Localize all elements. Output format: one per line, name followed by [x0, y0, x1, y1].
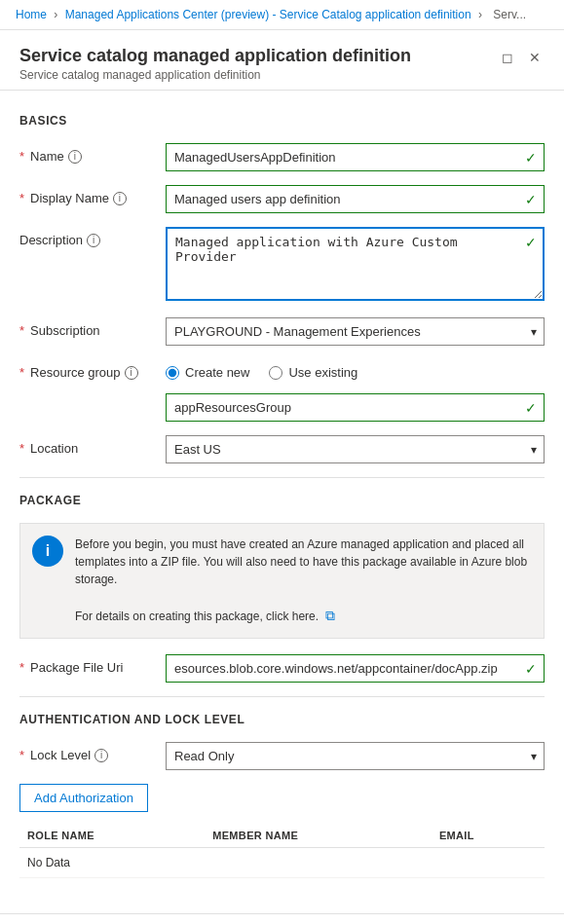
resource-group-radio-group: Create new Use existing: [166, 359, 545, 380]
auth-divider: [19, 696, 545, 697]
lock-level-label: * Lock Level i: [19, 742, 166, 762]
package-section-label: PACKAGE: [19, 494, 545, 507]
description-label: Description i: [19, 227, 166, 247]
main-panel: Service catalog managed application defi…: [0, 30, 564, 924]
display-name-label: * Display Name i: [19, 185, 166, 205]
panel-subtitle: Service catalog managed application defi…: [19, 68, 411, 82]
authorization-table: ROLE NAME MEMBER NAME EMAIL No Data: [19, 824, 545, 878]
description-row: Description i ✓: [19, 227, 545, 304]
display-name-checkmark: ✓: [525, 192, 537, 207]
location-row: * Location East US ▾: [19, 435, 545, 463]
subscription-select[interactable]: PLAYGROUND - Management Experiences: [166, 317, 545, 346]
package-uri-checkmark: ✓: [525, 661, 537, 677]
resource-group-info-icon[interactable]: i: [125, 366, 138, 380]
panel-header: Service catalog managed application defi…: [0, 30, 564, 91]
package-file-uri-row: * Package File Uri ✓: [19, 654, 545, 683]
display-name-input[interactable]: [166, 185, 545, 213]
external-link-icon[interactable]: ⧉: [325, 608, 335, 623]
description-textarea[interactable]: [166, 227, 545, 301]
breadcrumb-home[interactable]: Home: [16, 8, 47, 21]
panel-title: Service catalog managed application defi…: [19, 46, 411, 66]
lock-level-select[interactable]: Read Only None CanNotDelete: [166, 742, 545, 770]
form-area: BASICS * Name i ✓ * Display Name i ✓: [0, 91, 564, 894]
display-name-info-icon[interactable]: i: [113, 192, 127, 205]
name-info-icon[interactable]: i: [68, 150, 82, 164]
name-label: * Name i: [19, 143, 166, 164]
description-info-icon[interactable]: i: [87, 234, 100, 247]
package-file-uri-label: * Package File Uri: [19, 654, 166, 675]
table-empty-row: No Data: [19, 848, 545, 878]
bottom-bar: Create Automation options: [0, 913, 564, 924]
radio-use-existing[interactable]: Use existing: [269, 365, 357, 380]
package-info-box: i Before you begin, you must have create…: [19, 523, 545, 639]
name-checkmark: ✓: [525, 150, 537, 166]
display-name-row: * Display Name i ✓: [19, 185, 545, 213]
resize-button[interactable]: ◻: [498, 48, 517, 67]
description-checkmark: ✓: [525, 235, 537, 250]
col-role-name: ROLE NAME: [19, 824, 205, 848]
package-divider: [19, 477, 545, 478]
resource-group-checkmark: ✓: [525, 400, 537, 416]
breadcrumb: Home › Managed Applications Center (prev…: [0, 0, 564, 30]
close-button[interactable]: ✕: [525, 48, 545, 67]
radio-create-new[interactable]: Create new: [166, 365, 249, 380]
subscription-row: * Subscription PLAYGROUND - Management E…: [19, 317, 545, 346]
lock-level-row: * Lock Level i Read Only None CanNotDele…: [19, 742, 545, 770]
resource-group-row: * Resource group i Create new Use existi…: [19, 359, 545, 380]
info-box-text: Before you begin, you must have created …: [75, 536, 532, 626]
auth-section-label: AUTHENTICATION AND LOCK LEVEL: [19, 713, 545, 726]
add-authorization-button[interactable]: Add Authorization: [19, 784, 148, 812]
basics-section-label: BASICS: [19, 114, 545, 128]
name-row: * Name i ✓: [19, 143, 545, 171]
col-member-name: MEMBER NAME: [205, 824, 432, 848]
table-empty-cell: No Data: [19, 848, 545, 878]
lock-level-info-icon[interactable]: i: [94, 749, 108, 762]
breadcrumb-managed-apps[interactable]: Managed Applications Center (preview) - …: [65, 8, 471, 21]
location-label: * Location: [19, 435, 166, 456]
breadcrumb-current: Serv...: [493, 8, 526, 21]
resource-group-input[interactable]: [166, 393, 545, 422]
subscription-label: * Subscription: [19, 317, 166, 338]
col-email: EMAIL: [432, 824, 545, 848]
info-circle-icon: i: [32, 536, 63, 567]
name-input[interactable]: [166, 143, 545, 171]
resource-group-value-row: ✓: [19, 393, 545, 422]
package-file-uri-input[interactable]: [166, 654, 545, 683]
location-select[interactable]: East US: [166, 435, 545, 463]
resource-group-label: * Resource group i: [19, 359, 166, 380]
